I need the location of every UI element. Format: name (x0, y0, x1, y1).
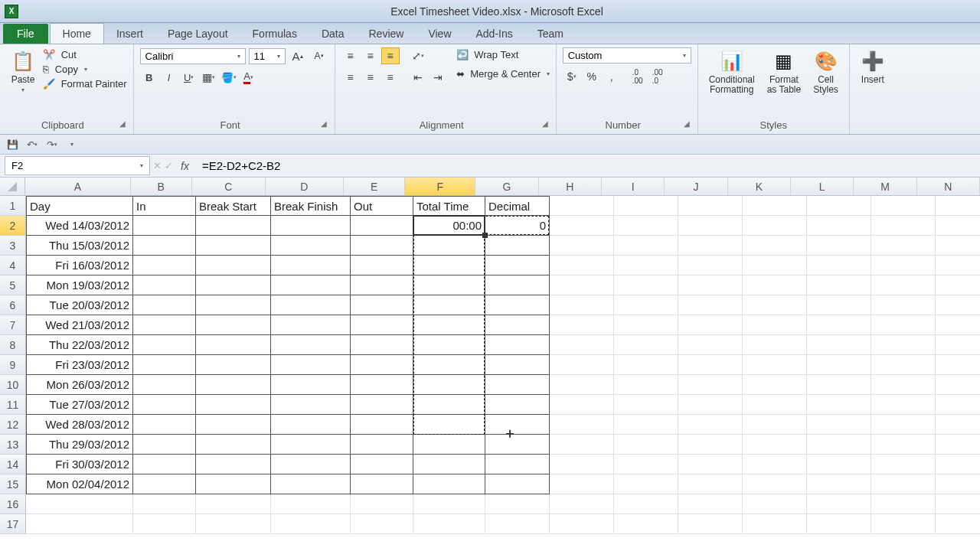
dialog-launcher-icon[interactable]: ◢ (321, 119, 327, 128)
cell-K6[interactable] (743, 295, 807, 315)
cell-C3[interactable] (196, 236, 271, 256)
cell-I4[interactable] (614, 256, 678, 276)
cell-C5[interactable] (196, 276, 271, 295)
cell-N15[interactable] (936, 474, 980, 494)
cell-F15[interactable] (413, 474, 485, 494)
cell-B4[interactable] (133, 256, 196, 276)
column-header-K[interactable]: K (728, 178, 791, 195)
cell-G12[interactable] (485, 415, 550, 435)
cell-A7[interactable]: Wed 21/03/2012 (26, 315, 133, 335)
cell-G2[interactable]: 0 (485, 216, 550, 236)
cell-H10[interactable] (550, 375, 614, 395)
cell-D14[interactable] (271, 455, 351, 474)
cell-K13[interactable] (743, 435, 807, 455)
tab-insert[interactable]: Insert (104, 24, 155, 44)
cell-E2[interactable] (351, 216, 413, 236)
tab-team[interactable]: Team (525, 24, 576, 44)
tab-review[interactable]: Review (357, 24, 416, 44)
cell-N1[interactable] (936, 196, 980, 216)
cell-J2[interactable] (678, 216, 743, 236)
fill-color-button[interactable]: 🪣▾ (220, 69, 238, 86)
cell-M5[interactable] (871, 276, 936, 295)
cell-N14[interactable] (936, 455, 980, 474)
cell-A5[interactable]: Mon 19/03/2012 (26, 276, 133, 295)
cell-J13[interactable] (678, 435, 743, 455)
column-header-G[interactable]: G (475, 178, 538, 195)
cell-C8[interactable] (196, 335, 271, 355)
qat-customize-button[interactable]: ▾ (64, 137, 80, 152)
cell-H17[interactable] (550, 514, 614, 534)
cell-L13[interactable] (807, 435, 871, 455)
cell-J4[interactable] (678, 256, 743, 276)
fill-handle[interactable] (482, 233, 488, 238)
number-format-select[interactable]: Custom▾ (563, 47, 691, 64)
cell-B1[interactable]: In (133, 196, 196, 216)
cell-B3[interactable] (133, 236, 196, 256)
cell-D3[interactable] (271, 236, 351, 256)
cell-A4[interactable]: Fri 16/03/2012 (26, 256, 133, 276)
decrease-decimal-button[interactable]: .00.0 (648, 68, 667, 85)
cell-G7[interactable] (485, 315, 550, 335)
cell-D13[interactable] (271, 435, 351, 455)
formula-input[interactable]: =E2-D2+C2-B2 (197, 155, 975, 176)
cell-M6[interactable] (871, 295, 936, 315)
cell-G17[interactable] (485, 514, 550, 534)
cell-F13[interactable] (413, 435, 485, 455)
cell-C11[interactable] (196, 395, 271, 415)
cell-E14[interactable] (351, 455, 413, 474)
cell-D1[interactable]: Break Finish (271, 196, 351, 216)
row-header-2[interactable]: 2 (0, 216, 26, 236)
column-header-M[interactable]: M (854, 178, 916, 195)
cell-I2[interactable] (614, 216, 678, 236)
cell-B16[interactable] (133, 494, 196, 514)
cell-C16[interactable] (196, 494, 271, 514)
column-header-I[interactable]: I (602, 178, 665, 195)
cell-K17[interactable] (743, 514, 807, 534)
cell-J6[interactable] (678, 295, 743, 315)
cell-M1[interactable] (871, 196, 936, 216)
cell-G13[interactable] (485, 435, 550, 455)
align-center-button[interactable]: ≡ (361, 69, 380, 86)
column-header-C[interactable]: C (192, 178, 266, 195)
cell-J11[interactable] (678, 395, 743, 415)
cell-K5[interactable] (743, 276, 807, 295)
cell-H6[interactable] (550, 295, 614, 315)
cell-I15[interactable] (614, 474, 678, 494)
cell-J3[interactable] (678, 236, 743, 256)
select-all-corner[interactable] (0, 178, 25, 195)
fx-button[interactable]: fx (176, 160, 194, 172)
cell-L11[interactable] (807, 395, 871, 415)
cell-M9[interactable] (871, 355, 936, 375)
cell-B7[interactable] (133, 315, 196, 335)
cell-N17[interactable] (936, 514, 980, 534)
cell-F5[interactable] (413, 276, 485, 295)
tab-file[interactable]: File (3, 24, 48, 44)
cell-E3[interactable] (351, 236, 413, 256)
underline-button[interactable]: U▾ (180, 69, 198, 86)
cell-C12[interactable] (196, 415, 271, 435)
cell-D6[interactable] (271, 295, 351, 315)
cell-J7[interactable] (678, 315, 743, 335)
cell-B17[interactable] (133, 514, 196, 534)
cell-N9[interactable] (936, 355, 980, 375)
enter-formula-button[interactable]: ✓ (165, 160, 173, 171)
column-header-E[interactable]: E (344, 178, 405, 195)
row-header-4[interactable]: 4 (0, 256, 26, 276)
cell-I14[interactable] (614, 455, 678, 474)
cell-M10[interactable] (871, 375, 936, 395)
column-header-A[interactable]: A (25, 178, 130, 195)
cell-N6[interactable] (936, 295, 980, 315)
increase-decimal-button[interactable]: .0.00 (629, 68, 647, 85)
row-header-8[interactable]: 8 (0, 335, 26, 355)
cell-D10[interactable] (271, 375, 351, 395)
dialog-launcher-icon[interactable]: ◢ (119, 119, 126, 128)
cell-M13[interactable] (871, 435, 936, 455)
cell-C4[interactable] (196, 256, 271, 276)
cell-C7[interactable] (196, 315, 271, 335)
cell-G1[interactable]: Decimal (485, 196, 550, 216)
cell-J9[interactable] (678, 355, 743, 375)
cell-I10[interactable] (614, 375, 678, 395)
tab-view[interactable]: View (416, 24, 463, 44)
accounting-format-button[interactable]: $▾ (563, 68, 581, 85)
cell-J12[interactable] (678, 415, 743, 435)
